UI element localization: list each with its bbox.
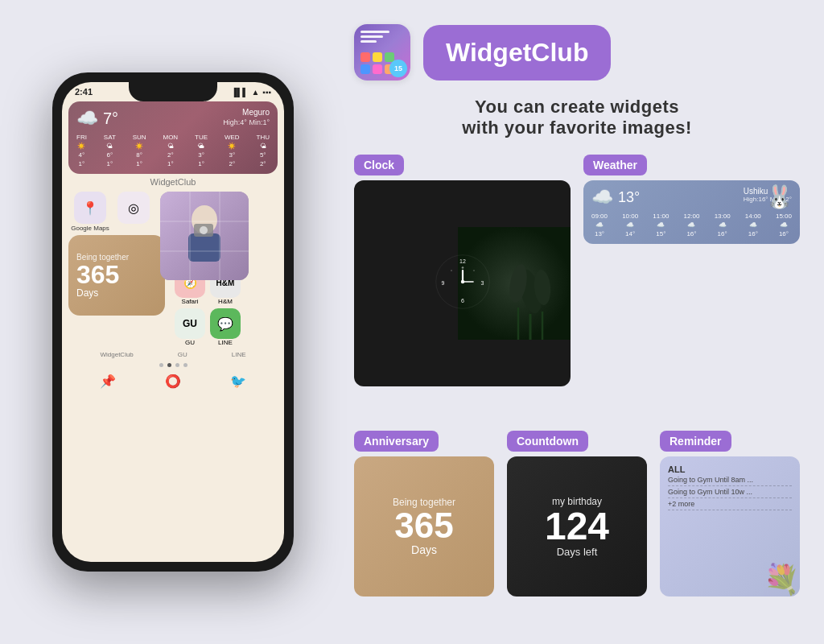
safari-label: Safari — [182, 298, 199, 305]
svg-rect-2 — [188, 233, 220, 262]
phone-anniv-being: Being together — [76, 253, 157, 262]
reminder-all: ALL — [668, 464, 792, 474]
phone-weather-days: FRI☀️4°1° SAT🌤6°1° SUN☀️8°1° MON🌤2°1° TU… — [76, 134, 270, 167]
line-label: LINE — [218, 339, 233, 346]
tagline: You can create widgets with your favorit… — [354, 97, 800, 138]
tagline-line1: You can create widgets — [354, 97, 800, 118]
anniv-days: Days — [411, 543, 437, 556]
bottom-icon-1[interactable]: 📌 — [100, 374, 116, 389]
battery-icon: ▪▪▪ — [262, 88, 271, 97]
hm-label: H&M — [218, 298, 233, 305]
maps-icon: 📍 — [82, 200, 98, 216]
anniv-being-together: Being together — [393, 497, 455, 508]
svg-text:3: 3 — [480, 280, 484, 286]
right-panel: 15 WidgetClub You can create widgets wit… — [346, 0, 824, 644]
countdown-label: Countdown — [507, 431, 588, 452]
line-bottom-label: LINE — [232, 351, 246, 358]
phone-weather-temp: 7° — [103, 109, 118, 128]
svg-point-22 — [473, 270, 475, 271]
clock-label: Clock — [354, 155, 404, 175]
anniversary-label: Anniversary — [354, 431, 439, 452]
svg-text:12: 12 — [459, 258, 466, 264]
app-item-maps[interactable]: 📍 Google Maps — [70, 192, 110, 232]
signal-icon: ▐▌▌ — [231, 88, 248, 97]
countdown-category: Countdown my birthday 124 Days left — [507, 431, 647, 628]
phone-weather-range: High:4° Min:1° — [223, 118, 270, 126]
phone-anniv-number: 365 — [76, 262, 157, 287]
clock-widget-preview[interactable]: 12 3 6 9 — [354, 180, 571, 386]
svg-point-21 — [461, 266, 464, 269]
app-item-wifi[interactable]: ◎ — [113, 192, 154, 224]
phone-weather-widget[interactable]: ☁️ 7° Meguro High:4° Min:1° FRI☀️4°1° SA… — [68, 101, 278, 174]
reminder-item-1: Going to Gym Until 8am ... — [668, 474, 792, 486]
weather-label: Weather — [583, 155, 647, 175]
wifi-icon: ▲ — [251, 88, 259, 97]
reminder-widget-preview[interactable]: ALL Going to Gym Until 8am ... Going to … — [660, 456, 800, 597]
weather-widget-preview[interactable]: ☁️ 13° Ushiku High:16° Min:12° 🐰 09:00☁️… — [583, 180, 800, 244]
app-logo[interactable]: 15 — [354, 24, 410, 80]
wifi-app-icon: ◎ — [117, 192, 150, 224]
anniv-number: 365 — [394, 508, 453, 543]
reminder-flowers-icon: 💐 — [764, 563, 800, 597]
reminder-category: Reminder ALL Going to Gym Until 8am ... … — [660, 431, 800, 628]
widget-club-screen-label: WidgetClub — [62, 177, 284, 187]
countdown-widget-preview[interactable]: my birthday 124 Days left — [507, 456, 647, 597]
brand-pill: WidgetClub — [423, 25, 611, 80]
bottom-icon-2[interactable]: ⭕ — [165, 374, 181, 389]
phone-screen: 2:41 ▐▌▌ ▲ ▪▪▪ ☁️ 7° Meguro High:4° Min: — [62, 82, 284, 562]
clock-face: 12 3 6 9 — [435, 254, 491, 313]
clock-category: Clock — [354, 155, 571, 418]
weather-cloud-icon: ☁️ — [591, 187, 613, 208]
weather-preview-temp: 13° — [618, 189, 640, 206]
gu-label: GU — [185, 339, 195, 346]
page-dots — [62, 363, 284, 367]
phone-cloud-icon: ☁️ — [76, 108, 98, 129]
header-section: 15 WidgetClub — [354, 24, 800, 80]
svg-point-4 — [200, 226, 208, 234]
dot-4 — [183, 363, 187, 367]
gu-icon[interactable]: GU — [175, 308, 205, 339]
maps-app-icon: 📍 — [74, 192, 106, 224]
maps-label: Google Maps — [71, 225, 109, 232]
countdown-title: my birthday — [552, 496, 602, 507]
weather-hours: 09:00☁️13° 10:00☁️14° 11:00☁️15° 12:00☁️… — [591, 213, 792, 237]
anniversary-category: Anniversary Being together 365 Days — [354, 431, 494, 628]
photo-widget[interactable] — [160, 192, 249, 280]
dot-2 — [167, 363, 171, 367]
reminder-item-3: +2 more — [668, 498, 792, 510]
tagline-line2: with your favorite images! — [354, 118, 800, 138]
svg-point-23 — [451, 270, 452, 271]
widgetclub-bottom-label: WidgetClub — [100, 351, 133, 358]
bunny-icon: 🐰 — [765, 184, 793, 210]
reminder-label: Reminder — [660, 431, 731, 452]
brand-name: WidgetClub — [446, 38, 588, 68]
dot-3 — [175, 363, 179, 367]
countdown-days-left: Days left — [557, 546, 598, 558]
status-time: 2:41 — [75, 87, 93, 97]
dot-1 — [159, 363, 163, 367]
anniversary-widget-preview[interactable]: Being together 365 Days — [354, 456, 494, 597]
phone-weather-location: Meguro — [223, 108, 270, 117]
phone-notch — [129, 82, 217, 101]
phone-anniversary-widget[interactable]: Being together 365 Days — [68, 235, 165, 316]
gu-bottom-label: GU — [178, 351, 187, 358]
left-panel: 2:41 ▐▌▌ ▲ ▪▪▪ ☁️ 7° Meguro High:4° Min: — [0, 0, 346, 644]
wifi-app-icon-symbol: ◎ — [128, 200, 139, 216]
photo-placeholder — [160, 192, 249, 280]
weather-category: Weather ☁️ 13° Ushiku High:16° Min:12° 🐰 — [583, 155, 800, 418]
phone-frame: 2:41 ▐▌▌ ▲ ▪▪▪ ☁️ 7° Meguro High:4° Min: — [52, 72, 294, 572]
svg-point-26 — [460, 280, 464, 283]
bottom-icon-3[interactable]: 🐦 — [230, 374, 246, 389]
status-icons: ▐▌▌ ▲ ▪▪▪ — [231, 88, 271, 97]
line-icon[interactable]: 💬 — [210, 308, 241, 339]
svg-text:9: 9 — [441, 280, 444, 286]
reminder-item-2: Going to Gym Until 10w ... — [668, 486, 792, 498]
svg-text:6: 6 — [461, 298, 464, 303]
phone-anniv-days: Days — [76, 287, 157, 299]
logo-badge: 15 — [389, 60, 407, 77]
countdown-number: 124 — [545, 507, 609, 546]
